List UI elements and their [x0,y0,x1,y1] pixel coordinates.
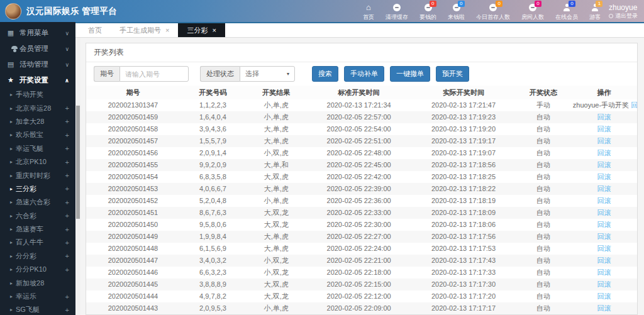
scrollbar-thumb[interactable] [76,106,80,219]
caret-right-icon: ▸ [10,253,13,259]
standard-time-cell: 2020-02-05 22:12:00 [306,290,411,302]
plus-icon[interactable]: + [65,118,69,125]
rollback-link[interactable]: 回滚 [597,173,611,180]
numbers-cell: 6,1,5,6,9 [180,243,246,255]
rollback-link[interactable]: 回滚 [597,280,611,288]
sidebar-item-12[interactable]: ▸分分彩+ [0,250,75,263]
sidebar-group-1[interactable]: 会员管理∨ [0,41,75,57]
one-click-cancel-button[interactable]: 一键撤单 [390,66,430,82]
plus-icon[interactable]: + [65,158,69,166]
plus-icon[interactable]: + [65,239,69,246]
plus-icon[interactable]: + [65,212,69,219]
sidebar-item-15[interactable]: ▸幸运乐+ [0,290,75,303]
rollback-link[interactable]: 回滚 [597,197,611,204]
plus-icon[interactable]: + [65,266,69,274]
status-cell: 自动 [516,195,571,207]
rollback-link[interactable]: 回滚 [597,268,611,276]
table-row: 20200205014453,8,8,8,9大,双,虎2020-02-05 22… [86,279,637,290]
topnav-room-count[interactable]: 0房间人数 [521,4,544,21]
tab-1[interactable]: 手工生成期号× [111,23,178,37]
standard-time-cell: 2020-02-05 22:51:00 [306,135,411,147]
sidebar-item-13[interactable]: ▸分分PK10+ [0,263,75,276]
sidebar-item-16[interactable]: ▸SG飞艇+ [0,303,75,315]
sidebar-item-11[interactable]: ▸百人牛牛+ [0,236,75,249]
plus-icon[interactable]: + [65,131,69,139]
plus-icon[interactable]: + [65,199,69,206]
table-row: 20200205014466,6,3,2,3小,双,龙2020-02-05 22… [86,267,637,279]
numbers-cell: 9,9,2,0,9 [180,159,246,171]
username: zhuoyue [609,3,638,12]
sidebar-group-0[interactable]: ▦常用菜单∨ [0,25,75,41]
pre-draw-button[interactable]: 预开奖 [436,66,469,82]
topnav-guests[interactable]: 1游客 [589,4,601,21]
rollback-link[interactable]: 回滚 [597,149,611,157]
sidebar-group-3[interactable]: ★开奖设置∧ [0,72,75,88]
plus-icon[interactable]: + [65,252,69,260]
rollback-link[interactable]: 回滚 [597,233,611,240]
standard-time-cell: 2020-02-05 22:30:00 [306,219,411,231]
plus-icon[interactable]: + [65,293,69,301]
plus-icon[interactable]: + [65,306,69,314]
sidebar-item-0[interactable]: ▸手动开奖 [0,88,75,101]
content-scrollbar[interactable] [75,38,80,315]
rollback-link[interactable]: 回滚 [597,161,611,169]
sidebar-item-1[interactable]: ▸北京幸运28+ [0,101,75,114]
table-row: 20200205014432,0,9,5,3小,单,虎2020-02-05 22… [86,302,637,314]
period-input[interactable] [119,66,189,82]
logout-button[interactable]: 退出登录 [609,12,638,20]
rollback-link[interactable]: 回滚 [597,304,611,312]
rollback-link[interactable]: 回滚 [597,209,611,216]
badge: 0 [535,1,541,7]
plus-icon[interactable]: + [65,226,69,233]
sidebar-item-4[interactable]: ▸幸运飞艇+ [0,142,75,155]
topnav-incoming-money[interactable]: 0来钱啦 [448,4,465,21]
sidebar-item-2[interactable]: ▸加拿大28+ [0,115,75,128]
plus-icon[interactable]: + [65,104,69,112]
caret-right-icon: ▸ [10,226,13,232]
period-cell: 2020020501446 [86,267,180,279]
status-select[interactable]: 选择 ▾ [240,66,295,82]
sidebar-item-9[interactable]: ▸六合彩+ [0,209,75,223]
chevron-down-icon: ∨ [65,62,69,68]
topnav-clear-cache[interactable]: 清理缓存 [386,4,408,21]
standard-time-cell: 2020-02-05 22:57:00 [306,111,411,123]
sidebar-group-2[interactable]: ▤活动管理∨ [0,57,75,72]
plus-icon[interactable]: + [65,145,69,152]
sidebar-item-7[interactable]: ▸三分彩+ [0,182,75,196]
status-cell: 自动 [516,207,571,219]
sidebar-item-14[interactable]: ▸新加坡28 [0,276,75,289]
sidebar-item-5[interactable]: ▸北京PK10+ [0,155,75,169]
sidebar-group-label: 会员管理 [19,44,65,53]
plus-icon[interactable]: + [65,185,69,192]
action-cell: 回滚 [571,183,637,195]
topnav-today-first-deposit[interactable]: 0今日首存人数 [476,4,510,21]
tab-2[interactable]: 三分彩× [178,23,225,37]
rollback-link[interactable]: 回滚 [597,292,611,300]
rollback-link[interactable]: 回滚 [631,101,637,109]
topnav-online-members[interactable]: 0在线会员 [555,4,578,21]
rollback-link[interactable]: 回滚 [597,113,611,121]
draw-table: 期号开奖号码开奖结果标准开奖时间实际开奖时间开奖状态操作 20200213013… [86,86,637,315]
manual-supplement-button[interactable]: 手动补单 [344,66,384,82]
rollback-link[interactable]: 回滚 [597,137,611,145]
sidebar-item-6[interactable]: ▸重庆时时彩+ [0,169,75,182]
chevron-down-icon: ∨ [65,30,69,36]
rollback-link[interactable]: 回滚 [597,245,611,252]
search-button[interactable]: 搜索 [312,66,338,82]
topnav-ask-money[interactable]: 0要钱的 [419,4,436,21]
tab-0[interactable]: 首页 [79,23,111,37]
rollback-link[interactable]: 回滚 [597,125,611,133]
close-icon[interactable]: × [165,26,169,34]
rollback-link[interactable]: 回滚 [597,257,611,264]
sidebar-item-10[interactable]: ▸急速赛车+ [0,223,75,236]
operator-text: zhuoyue-手动开奖 [573,101,629,109]
status-select-value: 选择 [245,69,259,79]
sidebar-item-8[interactable]: ▸急速六合彩+ [0,196,75,209]
rollback-link[interactable]: 回滚 [597,221,611,228]
topnav-home[interactable]: ⌂首页 [363,4,374,21]
sidebar-item-3[interactable]: ▸欢乐骰宝+ [0,128,75,141]
actual-time-cell: 2020-02-13 17:17:53 [411,243,516,255]
rollback-link[interactable]: 回滚 [597,185,611,192]
plus-icon[interactable]: + [65,172,69,179]
close-icon[interactable]: × [212,26,216,34]
